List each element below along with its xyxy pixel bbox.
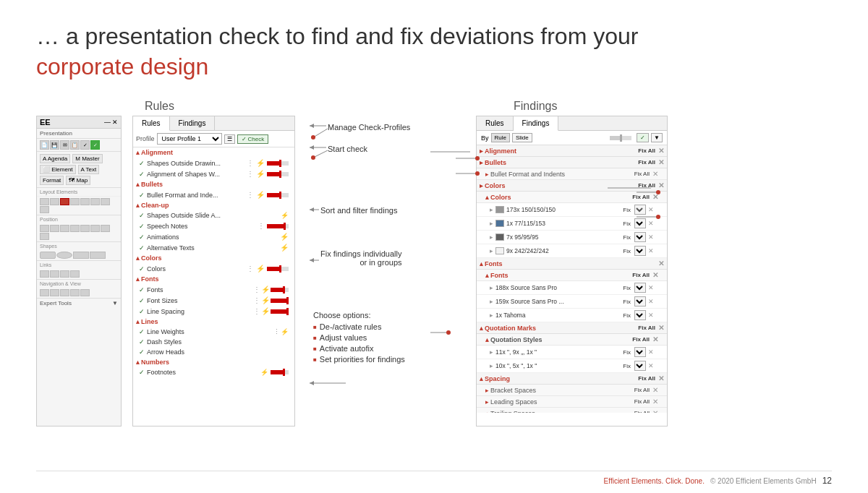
slider[interactable]: [271, 309, 289, 314]
ppt-nav-btn[interactable]: [70, 289, 80, 296]
agenda-btn[interactable]: A Agenda: [40, 154, 70, 163]
slider[interactable]: [267, 193, 289, 197]
slider-ctrl[interactable]: ⋮ ⚡: [253, 307, 289, 315]
ppt-link-btn[interactable]: [60, 270, 69, 278]
x-btn[interactable]: ✕: [652, 335, 658, 343]
ppt-tool-btn[interactable]: ✓: [90, 140, 100, 150]
ppt-layout-btn[interactable]: [40, 198, 49, 205]
map-btn[interactable]: 🗺 Map: [66, 176, 90, 185]
ppt-shape-btn[interactable]: [40, 252, 56, 259]
element-btn[interactable]: ⬜ Element: [40, 165, 76, 174]
x-btn[interactable]: ✕: [648, 220, 654, 227]
ppt-layout-btn[interactable]: [40, 206, 49, 213]
x-btn[interactable]: ✕: [648, 362, 654, 369]
x-btn[interactable]: ✕: [658, 147, 664, 155]
ppt-tool-btn[interactable]: ✓: [80, 140, 90, 150]
ppt-shape-btn[interactable]: [56, 252, 72, 259]
slider[interactable]: [267, 267, 289, 271]
x-btn[interactable]: ✕: [648, 233, 654, 241]
minimize-icon[interactable]: —: [104, 119, 111, 126]
x-btn[interactable]: ✕: [648, 348, 654, 356]
fix-dropdown[interactable]: ▼: [634, 246, 646, 256]
fix-dropdown[interactable]: ▼: [634, 205, 646, 215]
slider[interactable]: [267, 224, 289, 228]
slider-ctrl[interactable]: ⋮ ⚡: [253, 286, 289, 293]
fix-dropdown[interactable]: ▼: [634, 232, 646, 242]
x-btn[interactable]: ✕: [648, 284, 654, 291]
dropdown-findings-btn[interactable]: ▼: [651, 133, 663, 142]
ppt-layout-btn[interactable]: [80, 198, 90, 205]
slider[interactable]: [267, 172, 289, 176]
sort-slide-btn[interactable]: Slide: [512, 133, 532, 142]
slider-filter[interactable]: [610, 136, 631, 140]
x-btn[interactable]: ✕: [652, 398, 658, 406]
ppt-layout-btn[interactable]: [60, 198, 69, 205]
slider-ctrl[interactable]: ⋮ ⚡: [273, 328, 289, 335]
slider-control[interactable]: ⋮: [258, 222, 289, 230]
ppt-nav-btn[interactable]: [40, 289, 49, 296]
fix-dropdown[interactable]: ▼: [634, 347, 646, 357]
ppt-pos-btn[interactable]: [50, 225, 59, 232]
ppt-link-btn[interactable]: [50, 270, 59, 278]
ppt-shape-btn[interactable]: [90, 252, 106, 259]
ppt-pos-btn[interactable]: [40, 225, 49, 232]
ppt-layout-btn[interactable]: [70, 198, 80, 205]
ppt-link-btn[interactable]: [70, 270, 80, 278]
ppt-pos-btn[interactable]: [40, 233, 49, 240]
slider[interactable]: [267, 161, 289, 166]
slider[interactable]: [271, 370, 289, 374]
ppt-pos-btn[interactable]: [60, 225, 69, 232]
x-btn[interactable]: ✕: [658, 158, 664, 166]
x-btn[interactable]: ✕: [648, 206, 654, 213]
x-btn[interactable]: ✕: [658, 374, 664, 382]
slider-ctrl[interactable]: ⋮ ⚡: [253, 296, 289, 304]
profile-select[interactable]: User Profile 1: [157, 133, 222, 145]
x-btn[interactable]: ✕: [652, 386, 658, 394]
ppt-tool-btn[interactable]: 💾: [50, 140, 59, 150]
slider[interactable]: [271, 299, 289, 303]
tab-findings-active[interactable]: Findings: [514, 116, 559, 131]
fix-dropdown[interactable]: ▼: [634, 310, 646, 320]
check-btn[interactable]: ✓ Check: [237, 134, 269, 144]
ppt-tool-btn[interactable]: ✉: [60, 140, 69, 150]
tab-findings[interactable]: Findings: [170, 116, 216, 130]
ppt-nav-btn[interactable]: [50, 289, 59, 296]
ppt-tool-btn[interactable]: 📋: [70, 140, 80, 150]
master-btn[interactable]: M Master: [72, 154, 102, 163]
sort-rule-btn[interactable]: Rule: [491, 133, 510, 142]
close-icon[interactable]: ✕: [112, 119, 118, 126]
ppt-pos-btn[interactable]: [101, 225, 110, 232]
check-findings-btn[interactable]: ✓: [637, 133, 649, 142]
x-btn[interactable]: ✕: [652, 193, 658, 201]
tab-rules[interactable]: Rules: [133, 116, 170, 131]
ppt-pos-btn[interactable]: [80, 225, 90, 232]
ppt-pos-btn[interactable]: [70, 225, 80, 232]
ppt-layout-btn[interactable]: [90, 198, 100, 205]
fix-dropdown[interactable]: ▼: [634, 361, 646, 371]
x-btn[interactable]: ✕: [648, 247, 654, 254]
fix-dropdown[interactable]: ▼: [634, 283, 646, 293]
x-btn[interactable]: ✕: [648, 298, 654, 305]
x-btn[interactable]: ✕: [652, 271, 658, 279]
x-btn[interactable]: ✕: [652, 409, 658, 413]
x-btn[interactable]: ✕: [652, 170, 658, 178]
list-btn[interactable]: ☰: [224, 134, 235, 144]
fix-dropdown[interactable]: ▼: [634, 218, 646, 228]
slider[interactable]: [271, 288, 289, 292]
x-btn[interactable]: ✕: [658, 324, 664, 332]
ppt-shape-btn[interactable]: [73, 252, 89, 259]
x-btn[interactable]: ✕: [658, 181, 664, 189]
x-btn[interactable]: ✕: [658, 260, 664, 267]
x-btn[interactable]: ✕: [648, 312, 654, 319]
tab-rules-findings[interactable]: Rules: [477, 116, 514, 130]
format-btn[interactable]: Format: [40, 176, 64, 185]
ppt-pos-btn[interactable]: [90, 225, 100, 232]
ppt-nav-btn[interactable]: [80, 289, 90, 296]
ppt-link-btn[interactable]: [40, 270, 49, 278]
ppt-layout-btn[interactable]: [50, 198, 59, 205]
fix-dropdown[interactable]: ▼: [634, 296, 646, 306]
ppt-nav-btn[interactable]: [60, 289, 69, 296]
ppt-layout-btn[interactable]: [101, 198, 110, 205]
ppt-tool-btn[interactable]: 📄: [40, 140, 49, 150]
text-btn[interactable]: A Text: [78, 165, 100, 174]
